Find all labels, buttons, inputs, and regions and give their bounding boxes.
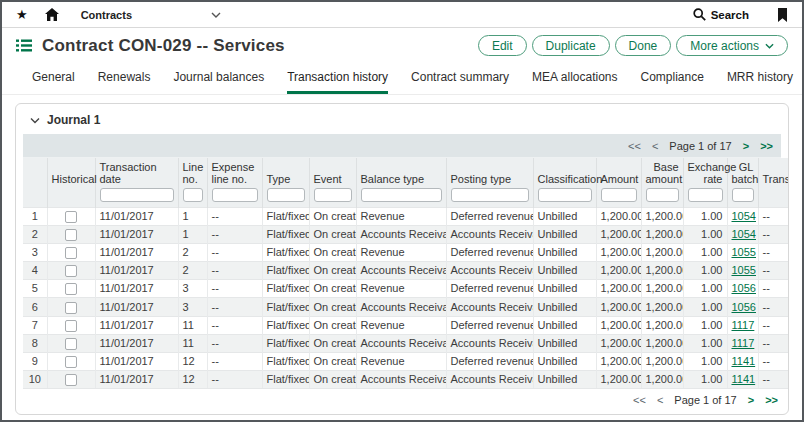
historical-checkbox[interactable] — [65, 356, 77, 368]
duplicate-button[interactable]: Duplicate — [532, 35, 610, 56]
event-cell: On create — [309, 370, 356, 388]
grid-footer: << < Page 1 of 17 > >> — [23, 389, 781, 408]
gl-batch-cell: 1056 — [727, 280, 758, 298]
historical-checkbox[interactable] — [65, 302, 77, 314]
last-page-button[interactable]: >> — [760, 140, 773, 152]
tab-bar: General Renewals Journal balances Transa… — [2, 62, 802, 95]
table-row: 4 11/01/2017 2 -- Flat/fixed On create A… — [23, 262, 789, 280]
column-filter-input[interactable] — [314, 188, 352, 202]
historical-cell — [47, 244, 95, 262]
expense-line-no-cell: -- — [207, 244, 262, 262]
amount-cell: 1,200.00 — [596, 370, 641, 388]
gl-batch-link[interactable]: 1054 — [732, 210, 756, 222]
tab[interactable]: MRR history — [727, 62, 793, 94]
gl-batch-link[interactable]: 1117 — [732, 319, 755, 331]
exchange-rate-cell: 1.00 — [683, 370, 727, 388]
gl-batch-link[interactable]: 1056 — [732, 301, 756, 313]
tab[interactable]: Contract summary — [411, 62, 509, 94]
edit-button[interactable]: Edit — [478, 35, 527, 56]
last-page-button[interactable]: >> — [765, 394, 778, 406]
gl-batch-link[interactable]: 1056 — [732, 282, 756, 294]
column-header: Classification — [533, 158, 596, 208]
global-search[interactable]: Search — [693, 8, 749, 21]
gl-batch-link[interactable]: 1141 — [732, 373, 756, 385]
amount-cell: 1,200.00 — [596, 334, 641, 352]
previous-page-button[interactable]: < — [657, 394, 663, 406]
tab[interactable]: MEA allocations — [532, 62, 617, 94]
historical-checkbox[interactable] — [65, 247, 77, 259]
more-actions-button[interactable]: More actions — [676, 35, 788, 56]
home-icon[interactable] — [45, 8, 59, 21]
column-filter-input[interactable] — [361, 188, 442, 202]
tab[interactable]: Transaction history — [287, 62, 388, 94]
historical-cell — [47, 370, 95, 388]
duplicate-button-label: Duplicate — [546, 39, 596, 53]
tab[interactable]: Journal balances — [173, 62, 264, 94]
column-filter-input[interactable] — [183, 188, 203, 202]
line-no-cell: 2 — [178, 262, 207, 280]
bookmark-icon[interactable] — [777, 8, 788, 22]
transaction-cell: -- — [758, 334, 789, 352]
column-filter-input[interactable] — [601, 188, 637, 202]
record-list-icon[interactable] — [16, 39, 32, 52]
done-button[interactable]: Done — [615, 35, 672, 56]
gl-batch-link[interactable]: 1055 — [732, 264, 756, 276]
historical-checkbox[interactable] — [65, 229, 77, 241]
classification-cell: Unbilled — [533, 370, 596, 388]
gl-batch-link[interactable]: 1054 — [732, 228, 756, 240]
column-filter-input[interactable] — [212, 188, 258, 202]
journal-section-header[interactable]: Journal 1 — [16, 104, 788, 134]
historical-checkbox[interactable] — [65, 374, 77, 386]
transaction-cell: -- — [758, 226, 789, 244]
transaction-cell: -- — [758, 244, 789, 262]
gl-batch-link[interactable]: 1141 — [732, 355, 756, 367]
transaction-cell: -- — [758, 370, 789, 388]
column-header: Line no. — [178, 158, 207, 208]
column-filter-input[interactable] — [538, 188, 592, 202]
transaction-date-cell: 11/01/2017 — [95, 244, 178, 262]
column-filter-input[interactable] — [732, 188, 754, 202]
amount-cell: 1,200.00 — [596, 316, 641, 334]
next-page-button[interactable]: > — [743, 140, 749, 152]
base-amount-cell: 1,200.00 — [641, 244, 683, 262]
amount-cell: 1,200.00 — [596, 226, 641, 244]
contracts-dropdown[interactable]: Contracts — [81, 9, 221, 21]
edit-button-label: Edit — [492, 39, 513, 53]
historical-checkbox[interactable] — [65, 211, 77, 223]
gl-batch-link[interactable]: 1117 — [732, 337, 755, 349]
previous-page-button[interactable]: < — [652, 140, 658, 152]
tab[interactable]: General — [32, 62, 75, 94]
gl-batch-link[interactable]: 1055 — [732, 246, 756, 258]
contracts-dropdown-label: Contracts — [81, 9, 132, 21]
column-header: Exchange rate — [683, 158, 727, 208]
historical-checkbox[interactable] — [65, 283, 77, 295]
posting-type-cell: Deferred revenue — [446, 352, 533, 370]
base-amount-cell: 1,200.00 — [641, 298, 683, 316]
column-filter-input[interactable] — [451, 188, 529, 202]
column-filter-input[interactable] — [688, 188, 723, 202]
column-filter-input[interactable] — [100, 188, 174, 202]
transaction-history-table: Historical Transaction date — [23, 158, 789, 389]
tab[interactable]: Compliance — [641, 62, 704, 94]
column-header-label: Line no. — [183, 161, 203, 185]
historical-checkbox[interactable] — [65, 265, 77, 277]
tab[interactable]: Renewals — [98, 62, 151, 94]
column-filter-input[interactable] — [646, 188, 679, 202]
balance-type-cell: Revenue — [356, 208, 446, 226]
event-cell: On create — [309, 352, 356, 370]
posting-type-cell: Deferred revenue — [446, 244, 533, 262]
balance-type-cell: Accounts Receivable — [356, 262, 446, 280]
favorite-star-icon[interactable]: ★ — [16, 8, 28, 21]
transaction-cell: -- — [758, 298, 789, 316]
next-page-button[interactable]: > — [748, 394, 754, 406]
first-page-button[interactable]: << — [633, 394, 646, 406]
column-header-label: Event — [314, 173, 352, 185]
historical-checkbox[interactable] — [65, 338, 77, 350]
first-page-button[interactable]: << — [628, 140, 641, 152]
column-filter-input[interactable] — [267, 188, 305, 202]
base-amount-cell: 1,200.00 — [641, 208, 683, 226]
historical-checkbox[interactable] — [65, 320, 77, 332]
action-buttons: Edit Duplicate Done More actions — [478, 35, 788, 56]
classification-cell: Unbilled — [533, 262, 596, 280]
chevron-down-icon — [211, 12, 221, 18]
